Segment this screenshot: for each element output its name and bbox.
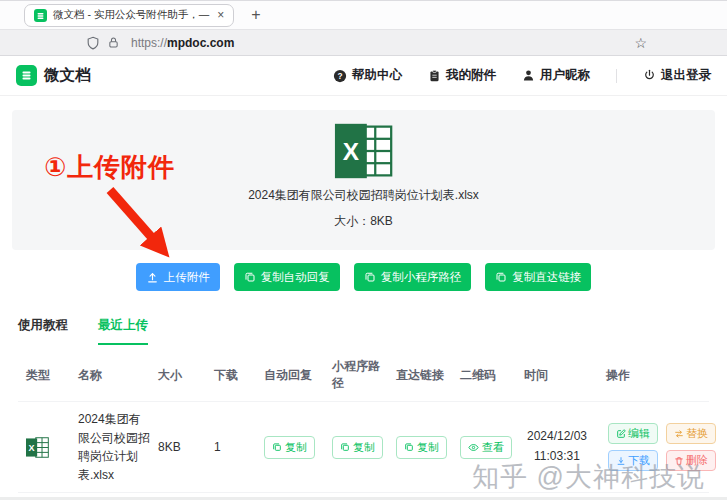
url-domain: mpdoc.com [167, 36, 234, 50]
view-qrcode-button[interactable]: 查看 [460, 436, 512, 459]
upload-date: 2024/12/03 [527, 429, 587, 443]
red-arrow-annotation [96, 186, 196, 270]
browser-tab-bar: 微文档 - 实用公众号附件助手，— × + [0, 0, 727, 29]
svg-text:?: ? [337, 70, 342, 80]
swap-icon [674, 429, 684, 439]
edit-label: 编辑 [628, 426, 650, 441]
copy-icon [340, 442, 350, 452]
nav-divider [616, 69, 617, 83]
page: 微文档 - 实用公众号附件助手，— × + https://mpdoc.com … [0, 0, 727, 500]
mp-path-cell: 复制 [324, 436, 388, 459]
col-direct-link: 直达链接 [388, 358, 452, 393]
copy-miniprogram-path-button[interactable]: 复制小程序路径 [354, 263, 472, 291]
copy-miniprogram-path-label: 复制小程序路径 [381, 270, 462, 285]
table-header-row: 类型 名称 大小 下载 自动回复 小程序路径 直达链接 二维码 时间 操作 [18, 349, 709, 401]
download-count: 1 [206, 440, 256, 454]
new-tab-button[interactable]: + [251, 7, 260, 23]
lock-icon[interactable] [107, 36, 120, 49]
nav-logout-label: 退出登录 [661, 67, 711, 84]
power-icon [643, 69, 656, 82]
copy-icon [272, 442, 282, 452]
nav-user-label: 用户昵称 [540, 67, 590, 84]
nav-help-label: 帮助中心 [352, 67, 402, 84]
upload-button-label: 上传附件 [164, 270, 210, 285]
url-prefix: https:// [131, 36, 167, 50]
browser-tab-title: 微文档 - 实用公众号附件助手，— [53, 8, 209, 22]
col-actions: 操作 [598, 358, 709, 393]
file-size: 8KB [150, 440, 206, 454]
copy-direct-link-row-button[interactable]: 复制 [396, 436, 447, 459]
edit-button[interactable]: 编辑 [608, 423, 658, 444]
nav-attachments-label: 我的附件 [446, 67, 496, 84]
copy-icon [495, 271, 507, 283]
browser-tab[interactable]: 微文档 - 实用公众号附件助手，— × [24, 4, 234, 27]
brand-logo-icon[interactable] [16, 65, 37, 86]
copy-direct-link-label: 复制直达链接 [512, 270, 581, 285]
file-name: 2024集团有限公司校园招聘岗位计划表.xlsx [70, 410, 150, 484]
col-name: 名称 [70, 358, 150, 393]
copy-auto-reply-button[interactable]: 复制自动回复 [234, 263, 340, 291]
tab-tutorial[interactable]: 使用教程 [18, 317, 68, 345]
nav-my-attachments[interactable]: 我的附件 [428, 67, 496, 84]
col-size: 大小 [150, 358, 206, 393]
excel-file-icon: X [18, 437, 70, 458]
header-nav: ? 帮助中心 我的附件 用户昵称 退出登录 [333, 67, 711, 84]
copy-label: 复制 [417, 440, 439, 455]
view-label: 查看 [482, 440, 504, 455]
clipboard-icon [428, 69, 441, 83]
direct-link-cell: 复制 [388, 436, 452, 459]
replace-label: 替换 [686, 426, 708, 441]
preview-file-size: 大小：8KB [334, 213, 393, 230]
browser-url-bar[interactable]: https://mpdoc.com ☆ [0, 29, 727, 56]
site-favicon-icon [34, 9, 47, 22]
tab-recent-uploads[interactable]: 最近上传 [98, 317, 148, 345]
copy-auto-reply-row-button[interactable]: 复制 [264, 436, 315, 459]
preview-file-name: 2024集团有限公司校园招聘岗位计划表.xlsx [248, 187, 479, 204]
replace-button[interactable]: 替换 [666, 423, 716, 444]
excel-file-icon-large: X [334, 123, 394, 179]
svg-text:X: X [342, 138, 359, 165]
upload-icon [146, 271, 159, 284]
watermark-text: 知乎 @大神科技说 [472, 459, 705, 495]
nav-user-nickname[interactable]: 用户昵称 [522, 67, 590, 84]
close-tab-icon[interactable]: × [217, 8, 224, 22]
content-tabs: 使用教程 最近上传 [18, 317, 709, 345]
copy-auto-reply-label: 复制自动回复 [261, 270, 330, 285]
nav-logout[interactable]: 退出登录 [643, 67, 711, 84]
copy-direct-link-button[interactable]: 复制直达链接 [485, 263, 591, 291]
col-auto-reply: 自动回复 [256, 358, 324, 393]
svg-text:X: X [29, 443, 35, 453]
col-downloads: 下载 [206, 358, 256, 393]
copy-label: 复制 [285, 440, 307, 455]
copy-mp-path-row-button[interactable]: 复制 [332, 436, 383, 459]
eye-icon [468, 442, 479, 453]
col-mp-path: 小程序路径 [324, 349, 388, 401]
user-icon [522, 69, 535, 82]
col-type: 类型 [18, 358, 70, 393]
qrcode-cell: 查看 [452, 436, 516, 459]
col-qrcode: 二维码 [452, 358, 516, 393]
auto-reply-cell: 复制 [256, 436, 324, 459]
brand-name[interactable]: 微文档 [44, 65, 91, 86]
url-text[interactable]: https://mpdoc.com [131, 36, 234, 50]
copy-icon [244, 271, 256, 283]
edit-icon [616, 429, 626, 439]
shield-icon[interactable] [86, 36, 100, 50]
col-time: 时间 [516, 358, 598, 393]
bookmark-star-icon[interactable]: ☆ [634, 35, 647, 51]
copy-label: 复制 [353, 440, 375, 455]
nav-help-center[interactable]: ? 帮助中心 [333, 67, 402, 84]
app-header: 微文档 ? 帮助中心 我的附件 用户昵称 退出登录 [0, 56, 727, 96]
question-circle-icon: ? [333, 69, 347, 83]
copy-icon [404, 442, 414, 452]
copy-icon [364, 271, 376, 283]
upload-annotation-text: ①上传附件 [44, 150, 175, 185]
